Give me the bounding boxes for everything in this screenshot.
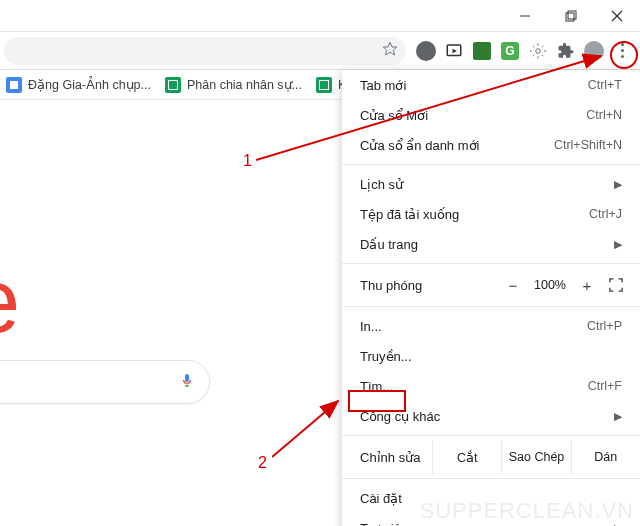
menu-label: Cửa sổ Mới <box>360 108 586 123</box>
menu-new-tab[interactable]: Tab mớiCtrl+T <box>342 70 640 100</box>
app-menu-button[interactable] <box>608 37 636 65</box>
menu-separator <box>342 435 640 436</box>
zoom-in-button[interactable]: + <box>572 277 602 294</box>
menu-copy[interactable]: Sao Chép <box>501 440 570 474</box>
menu-more-tools[interactable]: Công cụ khác▶ <box>342 401 640 431</box>
bookmark-label: Đặng Gia-Ảnh chụp... <box>28 77 151 92</box>
voice-search-icon[interactable] <box>179 370 195 394</box>
window-close-button[interactable] <box>594 0 640 32</box>
submenu-arrow-icon: ▶ <box>614 178 622 191</box>
shortcut: Ctrl+N <box>586 108 622 122</box>
menu-label: Công cụ khác <box>360 409 606 424</box>
shortcut: Ctrl+J <box>589 207 622 221</box>
google-search-box[interactable] <box>0 360 210 404</box>
menu-label: Truyền... <box>360 349 622 364</box>
omnibox[interactable] <box>4 37 406 65</box>
bookmark-star-icon[interactable] <box>382 41 398 61</box>
window-restore-button[interactable] <box>548 0 594 32</box>
svg-marker-7 <box>453 48 458 53</box>
menu-label: In... <box>360 319 587 334</box>
menu-find[interactable]: Tìm...Ctrl+F <box>342 371 640 401</box>
fullscreen-button[interactable] <box>602 274 630 296</box>
shortcut: Ctrl+Shift+N <box>554 138 622 152</box>
gear-ext-icon[interactable] <box>524 37 552 65</box>
menu-separator <box>342 478 640 479</box>
browser-toolbar: G <box>0 32 640 70</box>
menu-label: Thu phóng <box>360 278 498 293</box>
menu-cut[interactable]: Cắt <box>432 440 501 474</box>
bookmark-label: Phân chia nhân sự... <box>187 77 302 92</box>
menu-label: Chỉnh sửa <box>342 450 432 465</box>
zoom-value: 100% <box>528 278 572 292</box>
menu-separator <box>342 164 640 165</box>
bookmark-item[interactable]: Đặng Gia-Ảnh chụp... <box>6 77 151 93</box>
cast-ext-icon[interactable] <box>440 37 468 65</box>
sheet-icon <box>316 77 332 93</box>
menu-separator <box>342 306 640 307</box>
svg-marker-5 <box>383 42 396 55</box>
doc-icon <box>6 77 22 93</box>
menu-zoom-row: Thu phóng − 100% + <box>342 268 640 302</box>
menu-label: Cửa sổ ẩn danh mới <box>360 138 554 153</box>
watermark: SUPPERCLEAN.VN <box>419 498 634 524</box>
menu-separator <box>342 263 640 264</box>
menu-cast[interactable]: Truyền... <box>342 341 640 371</box>
shortcut: Ctrl+F <box>588 379 622 393</box>
menu-label: Tìm... <box>360 379 588 394</box>
menu-new-window[interactable]: Cửa sổ MớiCtrl+N <box>342 100 640 130</box>
green-ext-icon[interactable] <box>468 37 496 65</box>
svg-rect-2 <box>568 11 576 19</box>
menu-print[interactable]: In...Ctrl+P <box>342 311 640 341</box>
submenu-arrow-icon: ▶ <box>614 238 622 251</box>
menu-label: Dấu trang <box>360 237 606 252</box>
app-menu: Tab mớiCtrl+T Cửa sổ MớiCtrl+N Cửa sổ ẩn… <box>342 70 640 526</box>
window-minimize-button[interactable] <box>502 0 548 32</box>
grammarly-ext-icon[interactable]: G <box>496 37 524 65</box>
extensions-icon[interactable] <box>552 37 580 65</box>
window-titlebar <box>0 0 640 32</box>
svg-point-8 <box>536 48 541 53</box>
menu-history[interactable]: Lịch sử▶ <box>342 169 640 199</box>
shortcut: Ctrl+T <box>588 78 622 92</box>
profile-icon[interactable] <box>412 37 440 65</box>
sheet-icon <box>165 77 181 93</box>
submenu-arrow-icon: ▶ <box>614 410 622 423</box>
menu-incognito[interactable]: Cửa sổ ẩn danh mớiCtrl+Shift+N <box>342 130 640 160</box>
google-logo-fragment: e <box>0 250 16 353</box>
zoom-out-button[interactable]: − <box>498 277 528 294</box>
bookmark-item[interactable]: Phân chia nhân sự... <box>165 77 302 93</box>
menu-downloads[interactable]: Tệp đã tải xuốngCtrl+J <box>342 199 640 229</box>
menu-label: Tệp đã tải xuống <box>360 207 589 222</box>
svg-rect-1 <box>566 13 574 21</box>
menu-edit-row: Chỉnh sửa Cắt Sao Chép Dán <box>342 440 640 474</box>
shortcut: Ctrl+P <box>587 319 622 333</box>
avatar-icon[interactable] <box>580 37 608 65</box>
menu-bookmarks[interactable]: Dấu trang▶ <box>342 229 640 259</box>
menu-label: Tab mới <box>360 78 588 93</box>
menu-label: Lịch sử <box>360 177 606 192</box>
menu-paste[interactable]: Dán <box>571 440 640 474</box>
